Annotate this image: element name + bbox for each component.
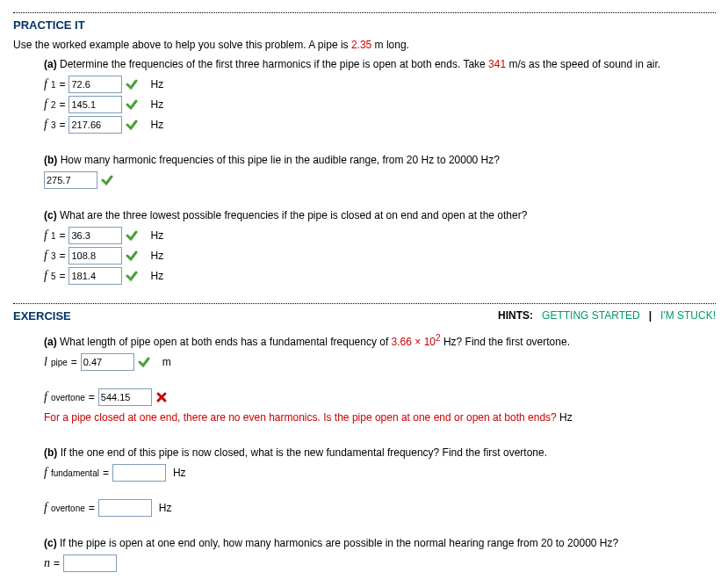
x-icon [155, 391, 168, 403]
check-icon [101, 174, 113, 186]
var-f: f [44, 77, 47, 91]
check-icon [138, 356, 150, 368]
ex-c-body: If the pipe is open at one end only, how… [57, 537, 619, 549]
hints-bar: HINTS: GETTING STARTED | I'M STUCK! [498, 309, 716, 322]
var-f: f [44, 466, 47, 480]
ex-a-pre: What length of pipe open at both ends ha… [57, 336, 392, 348]
feedback-text: For a pipe closed at one end, there are … [44, 411, 557, 424]
equals: = [59, 250, 65, 262]
practice-intro: Use the worked example above to help you… [13, 37, 716, 53]
exercise-b-over-input[interactable] [98, 499, 152, 517]
ex-a-post: Hz? Find the first overtone. [441, 336, 570, 348]
part-c-label: (c) [44, 209, 57, 221]
practice-a-text: (a) Determine the frequencies of the fir… [44, 56, 716, 72]
exercise-a-lpipe-input[interactable] [81, 353, 134, 371]
exercise-a-overtone-input[interactable] [98, 388, 152, 406]
hints-label: HINTS: [498, 309, 533, 322]
practice-a-row-1: f1 = Hz [44, 76, 716, 93]
practice-b-input[interactable] [44, 171, 97, 189]
check-icon [126, 250, 138, 262]
equals: = [103, 467, 109, 479]
practice-a-input-2[interactable] [68, 96, 122, 113]
unit-hz: Hz [150, 250, 163, 262]
practice-c-row-3: f5 = Hz [44, 267, 716, 285]
var-sub: 5 [51, 272, 56, 281]
exercise-b-fund-row: ffundamental = Hz [44, 464, 716, 482]
var-f: f [44, 118, 47, 132]
equals: = [59, 98, 65, 111]
var-sub: 1 [51, 80, 56, 90]
var-f: f [44, 249, 47, 263]
freq-times: × 10 [412, 336, 436, 348]
feedback-unit: Hz [557, 411, 573, 424]
unit-hz: Hz [173, 467, 186, 479]
unit-hz: Hz [150, 229, 163, 242]
unit-hz: Hz [150, 270, 163, 282]
practice-a-input-3[interactable] [68, 116, 122, 134]
pipe-length-value: 2.35 [351, 39, 371, 51]
practice-c-input-2[interactable] [68, 247, 122, 265]
intro-pre: Use the worked example above to help you… [13, 39, 351, 51]
var-f: f [44, 98, 47, 112]
equals: = [89, 502, 95, 514]
part-a-post: m/s as the speed of sound in air. [506, 58, 660, 70]
practice-b-row [44, 171, 716, 189]
exercise-b-over-row: fovertone = Hz [44, 499, 716, 517]
im-stuck-link[interactable]: I'M STUCK! [660, 309, 716, 322]
ex-b-label: (b) [44, 446, 57, 459]
practice-c-input-1[interactable] [68, 227, 122, 244]
unit-hz: Hz [150, 119, 163, 131]
divider-mid [13, 303, 716, 304]
equals: = [59, 229, 65, 242]
var-f: f [44, 390, 47, 404]
ex-b-body: If the one end of this pipe is now close… [57, 446, 547, 459]
exercise-c-n-row: n = [44, 555, 716, 572]
practice-c-text: (c) What are the three lowest possible f… [44, 207, 716, 223]
exercise-c-n-input[interactable] [63, 555, 117, 572]
practice-title: PRACTICE IT [13, 18, 716, 32]
var-sub: 1 [51, 231, 56, 241]
equals: = [89, 391, 95, 403]
var-l: l [44, 355, 47, 369]
getting-started-link[interactable]: GETTING STARTED [542, 309, 640, 322]
var-sub-overtone: overtone [51, 393, 85, 402]
practice-c-input-3[interactable] [68, 267, 122, 285]
unit-hz: Hz [150, 78, 163, 91]
check-icon [126, 229, 138, 242]
hints-divider: | [649, 309, 652, 322]
sound-speed: 341 [488, 58, 506, 70]
ex-a-label: (a) [44, 336, 57, 348]
exercise-b-fund-input[interactable] [112, 464, 166, 482]
check-icon [126, 119, 138, 131]
part-c-body: What are the three lowest possible frequ… [57, 209, 528, 221]
exercise-a-feedback: For a pipe closed at one end, there are … [44, 410, 716, 425]
check-icon [126, 78, 138, 91]
exercise-a-lpipe-row: lpipe = m [44, 353, 716, 371]
var-sub-fundamental: fundamental [51, 468, 99, 478]
var-sub: 3 [51, 251, 56, 261]
var-sub-pipe: pipe [51, 358, 68, 367]
divider-top [13, 12, 716, 13]
part-a-label: (a) [44, 58, 57, 70]
part-b-label: (b) [44, 154, 57, 166]
unit-hz: Hz [150, 98, 163, 111]
equals: = [71, 356, 77, 368]
equals: = [59, 270, 65, 282]
intro-post: m long. [371, 39, 409, 51]
practice-a-input-1[interactable] [68, 76, 122, 93]
exercise-b-text: (b) If the one end of this pipe is now c… [44, 445, 716, 460]
equals: = [59, 119, 65, 131]
ex-c-label: (c) [44, 537, 57, 549]
practice-c-row-1: f1 = Hz [44, 227, 716, 244]
practice-b-text: (b) How many harmonic frequencies of thi… [44, 152, 716, 168]
practice-c-row-2: f3 = Hz [44, 247, 716, 265]
part-a-pre: Determine the frequencies of the first t… [57, 58, 488, 70]
part-b-body: How many harmonic frequencies of this pi… [57, 154, 500, 166]
practice-a-row-3: f3 = Hz [44, 116, 716, 134]
var-f: f [44, 228, 47, 243]
exercise-a-text: (a) What length of pipe open at both end… [44, 331, 716, 350]
var-sub-overtone: overtone [51, 504, 85, 513]
var-n: n [44, 556, 50, 570]
equals: = [54, 557, 60, 569]
exercise-c-text: (c) If the pipe is open at one end only,… [44, 535, 716, 551]
